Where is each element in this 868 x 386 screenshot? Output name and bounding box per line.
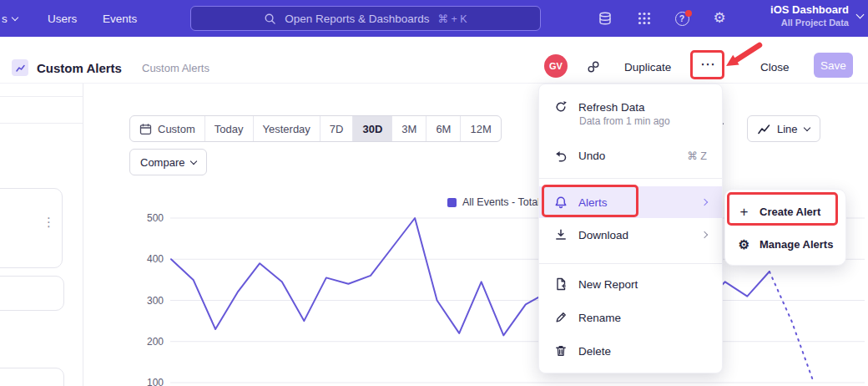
menu-item-undo-label: Undo <box>578 150 605 162</box>
menu-item-new-report[interactable]: New Report <box>539 268 722 300</box>
settings-gear-icon[interactable]: ⚙ <box>712 10 727 25</box>
menu-item-delete[interactable]: Delete <box>539 335 722 367</box>
sidebar-divider <box>0 96 83 97</box>
search-placeholder: Open Reports & Dashboards <box>285 13 429 25</box>
apps-grid-icon[interactable] <box>637 11 652 26</box>
compare-button[interactable]: Compare <box>129 149 207 175</box>
date-range-control: Custom Today Yesterday 7D 30D 3M 6M 12M <box>129 115 502 142</box>
menu-item-download[interactable]: Download <box>539 219 722 251</box>
chevron-down-icon <box>856 10 865 18</box>
new-report-icon <box>554 277 568 291</box>
more-options-button[interactable]: ⋯ <box>700 55 716 74</box>
download-icon <box>554 228 568 241</box>
menu-item-undo[interactable]: Undo ⌘ Z <box>539 140 722 171</box>
nav-item-boards-partial[interactable]: s <box>2 13 18 25</box>
menu-item-rename[interactable]: Rename <box>539 302 722 333</box>
chevron-down-icon <box>190 157 197 164</box>
nav-item-events[interactable]: Events <box>103 13 137 25</box>
menu-divider <box>539 178 722 179</box>
page-title: Custom Alerts <box>37 61 122 75</box>
share-link-icon[interactable] <box>587 60 600 77</box>
alerts-submenu: + Create Alert ⚙ Manage Alerts <box>724 189 846 266</box>
avatar[interactable]: GV <box>544 54 568 78</box>
plus-icon: + <box>737 205 751 219</box>
svg-text:100: 100 <box>147 377 164 386</box>
global-search-input[interactable]: Open Reports & Dashboards ⌘ + K <box>190 6 541 31</box>
chevron-down-icon <box>12 14 18 21</box>
chevron-down-icon <box>803 124 810 130</box>
project-title: iOS Dashboard <box>770 3 849 16</box>
range-7d[interactable]: 7D <box>320 116 354 141</box>
undo-icon <box>554 149 568 162</box>
sidebar-divider <box>0 123 83 124</box>
help-glyph: ? <box>679 13 684 23</box>
range-6m[interactable]: 6M <box>426 116 461 141</box>
chevron-right-icon <box>701 231 708 238</box>
top-nav: s Users Events Open Reports & Dashboards… <box>0 0 868 37</box>
close-button[interactable]: Close <box>760 61 790 74</box>
gear-icon: ⚙ <box>737 238 751 251</box>
bell-icon <box>554 196 568 209</box>
svg-text:400: 400 <box>147 253 164 265</box>
menu-item-new-report-label: New Report <box>578 278 638 291</box>
sidebar-card[interactable] <box>0 368 64 386</box>
submenu-item-manage-alerts[interactable]: ⚙ Manage Alerts <box>725 228 845 261</box>
search-icon <box>264 13 276 25</box>
refresh-icon <box>554 100 568 114</box>
report-header: Custom Alerts Custom Alerts GV Duplicate… <box>0 37 868 84</box>
menu-divider <box>539 263 722 264</box>
search-shortcut: ⌘ + K <box>438 13 467 25</box>
save-button[interactable]: Save <box>814 53 853 78</box>
range-custom[interactable]: Custom <box>130 116 205 141</box>
nav-item-boards-label: s <box>2 13 8 25</box>
notification-dot <box>685 10 692 17</box>
range-3m[interactable]: 3M <box>392 116 426 141</box>
menu-item-alerts-label: Alerts <box>578 196 608 209</box>
submenu-item-create-alert[interactable]: + Create Alert <box>725 196 845 228</box>
sidebar-card[interactable] <box>0 276 64 311</box>
create-alert-label: Create Alert <box>760 206 820 218</box>
chart-type-button[interactable]: Line <box>747 115 820 142</box>
project-selector[interactable]: iOS Dashboard All Project Data <box>770 3 863 28</box>
legend-label: All Events - Total <box>462 196 540 208</box>
nav-item-users[interactable]: Users <box>48 13 77 25</box>
menu-item-refresh-label: Refresh Data <box>578 101 645 114</box>
breadcrumb: Custom Alerts <box>142 62 209 74</box>
chart-legend: All Events - Total <box>447 196 540 208</box>
undo-shortcut: ⌘ Z <box>687 150 707 162</box>
range-12m[interactable]: 12M <box>461 116 500 141</box>
chevron-right-icon <box>701 199 708 206</box>
legend-swatch <box>447 198 457 207</box>
chart-type-label: Line <box>777 123 798 135</box>
context-menu: Refresh Data Data from 1 min ago Undo ⌘ … <box>538 84 723 373</box>
menu-item-delete-label: Delete <box>578 345 611 358</box>
duplicate-button[interactable]: Duplicate <box>624 61 671 74</box>
range-today[interactable]: Today <box>205 116 254 141</box>
report-type-icon <box>12 59 28 76</box>
refresh-data-subtext: Data from 1 min ago <box>579 115 670 127</box>
pencil-icon <box>554 311 568 324</box>
menu-item-alerts[interactable]: Alerts <box>539 186 722 218</box>
kebab-menu-icon[interactable]: ⋮ <box>43 216 55 228</box>
sidebar: ⋮ <box>0 84 83 386</box>
range-custom-label: Custom <box>158 123 195 135</box>
calendar-icon <box>139 123 152 135</box>
range-30d-selected[interactable]: 30D <box>353 116 392 141</box>
menu-item-rename-label: Rename <box>578 312 621 324</box>
trash-icon <box>554 344 568 358</box>
range-yesterday[interactable]: Yesterday <box>254 116 320 141</box>
svg-text:300: 300 <box>147 295 164 307</box>
compare-label: Compare <box>140 156 184 169</box>
manage-alerts-label: Manage Alerts <box>760 238 833 251</box>
svg-text:500: 500 <box>147 212 164 224</box>
line-chart-icon <box>758 124 770 135</box>
app-root: s Users Events Open Reports & Dashboards… <box>0 0 868 386</box>
svg-text:200: 200 <box>147 336 164 348</box>
menu-item-download-label: Download <box>578 229 628 241</box>
help-icon[interactable]: ? <box>674 11 689 26</box>
data-sources-icon[interactable] <box>598 11 613 26</box>
project-subtitle: All Project Data <box>770 18 849 28</box>
